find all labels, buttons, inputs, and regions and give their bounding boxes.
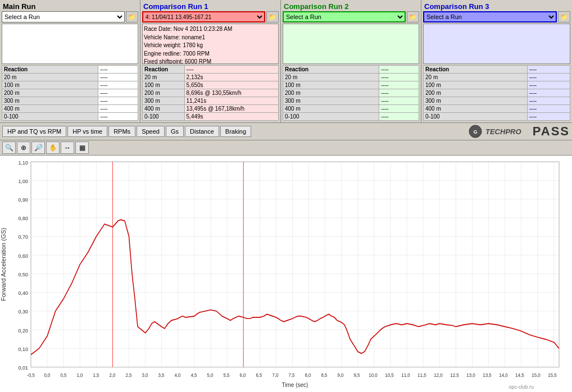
svg-text:Forward Acceleration (GS): Forward Acceleration (GS) bbox=[1, 228, 7, 301]
svg-text:7,5: 7,5 bbox=[288, 372, 294, 378]
tab-hp-tq-vs-rpm[interactable]: HP and TQ vs RPM bbox=[2, 126, 66, 137]
svg-text:TECHPRO: TECHPRO bbox=[485, 127, 521, 136]
svg-text:6,5: 6,5 bbox=[256, 372, 262, 378]
comp3-title: Comparison Run 3 bbox=[423, 2, 570, 11]
gtech-logo: G TECHPRO bbox=[469, 125, 530, 138]
tool-select[interactable]: ↔ bbox=[61, 142, 74, 154]
svg-text:2,0: 2,0 bbox=[109, 372, 115, 378]
svg-text:13,0: 13,0 bbox=[466, 372, 475, 378]
svg-text:0,50: 0,50 bbox=[18, 271, 28, 277]
svg-text:5,5: 5,5 bbox=[223, 372, 229, 378]
comp2-folder-btn[interactable]: 📁 bbox=[407, 11, 419, 22]
comp3-panel: Comparison Run 3 Select a Run 📁 Reaction… bbox=[421, 0, 572, 122]
svg-text:8,5: 8,5 bbox=[321, 372, 327, 378]
svg-text:7,0: 7,0 bbox=[272, 372, 278, 378]
tool-zoom-rect[interactable]: ⊕ bbox=[17, 142, 30, 154]
svg-text:11,0: 11,0 bbox=[401, 372, 410, 378]
comp3-info bbox=[423, 24, 570, 64]
comp2-title: Comparison Run 2 bbox=[283, 2, 419, 11]
comp2-select[interactable]: Select a Run bbox=[283, 11, 406, 22]
comp1-title: Comparison Run 1 bbox=[142, 2, 279, 11]
tool-zoom-in[interactable]: 🔍 bbox=[2, 142, 16, 154]
tab-rpms[interactable]: RPMs bbox=[108, 126, 135, 137]
tab-gs[interactable]: Gs bbox=[166, 126, 184, 137]
svg-text:5,0: 5,0 bbox=[207, 372, 213, 378]
svg-text:-0,5: -0,5 bbox=[27, 372, 35, 378]
main-run-stats: Reaction---- 20 m---- 100 m---- 200 m---… bbox=[2, 65, 138, 121]
comp2-panel: Comparison Run 2 Select a Run 📁 Reaction… bbox=[281, 0, 421, 122]
svg-text:0,5: 0,5 bbox=[60, 372, 66, 378]
pass-label: PASS bbox=[533, 124, 570, 139]
svg-text:3,0: 3,0 bbox=[142, 372, 148, 378]
svg-text:9,5: 9,5 bbox=[353, 372, 360, 378]
svg-text:4,0: 4,0 bbox=[174, 372, 180, 378]
comp1-stats: Reaction---- 20 m2,132s 100 m5,650s 200 … bbox=[142, 65, 279, 121]
chart-area: 1,10 1,00 0,90 0,80 0,70 0,60 0,50 0,40 … bbox=[0, 156, 572, 392]
svg-text:10,5: 10,5 bbox=[385, 372, 394, 378]
svg-text:10,0: 10,0 bbox=[369, 372, 378, 378]
svg-text:14,0: 14,0 bbox=[499, 372, 508, 378]
svg-text:2,5: 2,5 bbox=[125, 372, 131, 378]
tab-hp-vs-time[interactable]: HP vs time bbox=[67, 126, 107, 137]
svg-text:Time (sec): Time (sec) bbox=[282, 381, 308, 389]
svg-text:12,5: 12,5 bbox=[450, 372, 459, 378]
svg-text:0,30: 0,30 bbox=[18, 308, 28, 315]
comp2-info bbox=[283, 24, 419, 64]
main-run-title: Main Run bbox=[2, 2, 138, 11]
svg-text:0,40: 0,40 bbox=[18, 290, 28, 297]
svg-text:0,60: 0,60 bbox=[18, 252, 28, 259]
svg-text:G: G bbox=[473, 129, 477, 135]
svg-text:6,0: 6,0 bbox=[239, 372, 246, 378]
svg-text:11,5: 11,5 bbox=[417, 372, 426, 378]
comp3-select[interactable]: Select a Run bbox=[423, 11, 557, 22]
svg-rect-3 bbox=[31, 162, 559, 367]
tabs-bar: HP and TQ vs RPM HP vs time RPMs Speed G… bbox=[0, 123, 572, 140]
svg-text:15,0: 15,0 bbox=[532, 372, 541, 378]
tool-grid[interactable]: ▦ bbox=[75, 142, 89, 154]
svg-text:4,5: 4,5 bbox=[190, 372, 197, 378]
tab-braking[interactable]: Braking bbox=[220, 126, 251, 137]
svg-text:3,5: 3,5 bbox=[158, 372, 164, 378]
svg-text:14,5: 14,5 bbox=[515, 372, 524, 378]
toolbar: 🔍 ⊕ 🔎 ✋ ↔ ▦ bbox=[0, 140, 572, 156]
svg-text:0,80: 0,80 bbox=[18, 215, 28, 222]
comp1-panel: Comparison Run 1 4: 11/04/11 13.495-167.… bbox=[140, 0, 281, 122]
svg-text:15,5: 15,5 bbox=[548, 372, 557, 378]
comp3-stats: Reaction---- 20 m---- 100 m---- 200 m---… bbox=[423, 65, 570, 121]
svg-text:1,10: 1,10 bbox=[18, 159, 28, 166]
tool-zoom-out[interactable]: 🔎 bbox=[31, 142, 45, 154]
main-run-info bbox=[2, 24, 138, 64]
svg-text:1,5: 1,5 bbox=[93, 372, 99, 378]
svg-text:0,90: 0,90 bbox=[18, 197, 28, 203]
svg-text:0,70: 0,70 bbox=[18, 234, 28, 240]
tool-pan[interactable]: ✋ bbox=[46, 142, 60, 154]
main-run-select[interactable]: Select a Run bbox=[2, 11, 125, 22]
svg-text:0,10: 0,10 bbox=[18, 345, 28, 352]
main-run-folder-btn[interactable]: 📁 bbox=[126, 11, 138, 22]
svg-text:0,0: 0,0 bbox=[44, 372, 50, 378]
chart-svg: 1,10 1,00 0,90 0,80 0,70 0,60 0,50 0,40 … bbox=[0, 156, 572, 392]
tab-speed[interactable]: Speed bbox=[137, 126, 165, 137]
comp1-select[interactable]: 4: 11/04/11 13.495-167.21 bbox=[142, 11, 265, 22]
comp1-folder-btn[interactable]: 📁 bbox=[266, 11, 279, 22]
svg-text:13,5: 13,5 bbox=[483, 372, 492, 378]
comp3-folder-btn[interactable]: 📁 bbox=[558, 11, 570, 22]
svg-text:9,0: 9,0 bbox=[337, 372, 343, 378]
main-run-panel: Main Run Select a Run 📁 Reaction---- 20 … bbox=[0, 0, 140, 122]
comp1-info: Race Date: Nov 4 2011 0:23:28 AM Vehicle… bbox=[142, 24, 279, 64]
svg-text:opc-club.ru: opc-club.ru bbox=[509, 384, 534, 390]
svg-text:1,0: 1,0 bbox=[76, 372, 83, 378]
brand-area: G TECHPRO PASS bbox=[469, 124, 570, 139]
comp2-stats: Reaction---- 20 m---- 100 m---- 200 m---… bbox=[283, 65, 419, 121]
svg-text:0,01: 0,01 bbox=[18, 364, 28, 371]
svg-text:1,00: 1,00 bbox=[18, 177, 28, 184]
svg-text:0,20: 0,20 bbox=[18, 327, 28, 334]
svg-text:8,0: 8,0 bbox=[305, 372, 311, 378]
svg-text:12,0: 12,0 bbox=[434, 372, 443, 378]
tab-distance[interactable]: Distance bbox=[185, 126, 219, 137]
